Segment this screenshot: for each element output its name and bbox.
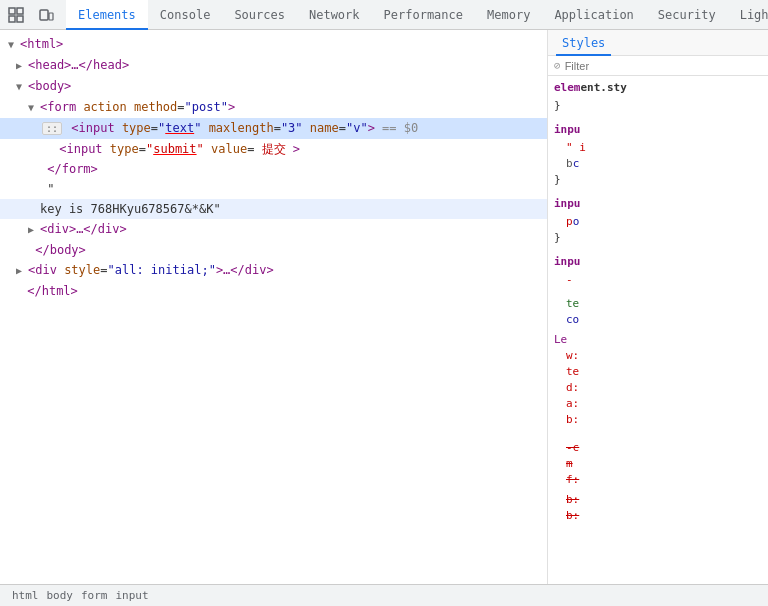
- style-neg-line: m: [554, 456, 762, 472]
- style-selector: Le: [554, 332, 762, 348]
- tree-line[interactable]: <input type="submit" value= 提交 >: [0, 139, 547, 159]
- tab-elements[interactable]: Elements: [66, 0, 148, 30]
- style-line: " i: [554, 140, 762, 156]
- tree-line[interactable]: <html>: [0, 34, 547, 55]
- style-selector: element.sty: [554, 80, 762, 96]
- breadcrumb-form[interactable]: form: [77, 589, 112, 602]
- tree-line[interactable]: ": [0, 179, 547, 199]
- style-neg-line: b:: [554, 508, 762, 524]
- devtools-tab-bar: Elements Console Sources Network Perform…: [0, 0, 768, 30]
- tab-console[interactable]: Console: [148, 0, 223, 30]
- triangle-body[interactable]: [16, 78, 26, 96]
- style-block-long: te co Le w: te d: a: b:: [554, 296, 762, 428]
- html-tree: <html> <head>…</head> <body> <form actio…: [0, 34, 547, 301]
- inspect-element-icon[interactable]: [4, 3, 28, 27]
- style-line: -: [554, 272, 762, 288]
- selected-tree-line[interactable]: :: <input type="text" maxlength="3" name…: [0, 118, 547, 139]
- svg-rect-5: [49, 13, 53, 20]
- filter-icon: ⊘: [554, 59, 561, 72]
- breadcrumb-input[interactable]: input: [112, 589, 153, 602]
- triangle-div[interactable]: [28, 221, 38, 239]
- style-block-input1: inpu " i bc }: [554, 122, 762, 188]
- tab-performance[interactable]: Performance: [372, 0, 475, 30]
- style-line: po: [554, 214, 762, 230]
- tree-line[interactable]: <div>…</div>: [0, 219, 547, 240]
- style-line: bc: [554, 156, 762, 172]
- style-block-element: element.sty }: [554, 80, 762, 114]
- tab-styles[interactable]: Styles: [556, 30, 611, 56]
- style-line: co: [554, 312, 762, 328]
- main-container: <html> <head>…</head> <body> <form actio…: [0, 30, 768, 584]
- style-line: a:: [554, 396, 762, 412]
- tree-line[interactable]: </body>: [0, 240, 547, 260]
- style-neg-line: -c: [554, 440, 762, 456]
- tree-line[interactable]: <form action method="post">: [0, 97, 547, 118]
- tab-application[interactable]: Application: [542, 0, 645, 30]
- tree-line[interactable]: <body>: [0, 76, 547, 97]
- triangle-div2[interactable]: [16, 262, 26, 280]
- style-brace: }: [554, 98, 762, 114]
- svg-rect-1: [17, 8, 23, 14]
- tree-line[interactable]: </form>: [0, 159, 547, 179]
- style-block-input2: inpu po }: [554, 196, 762, 246]
- style-block-input3: inpu -: [554, 254, 762, 288]
- svg-rect-4: [40, 10, 48, 20]
- tree-line[interactable]: <head>…</head>: [0, 55, 547, 76]
- tree-line[interactable]: <div style="all: initial;">…</div>: [0, 260, 547, 281]
- tab-security[interactable]: Security: [646, 0, 728, 30]
- style-line: te: [554, 364, 762, 380]
- triangle-form[interactable]: [28, 99, 38, 117]
- style-neg-line: f:: [554, 472, 762, 488]
- styles-content: element.sty } inpu " i bc } inpu po } in…: [548, 76, 768, 584]
- device-toolbar-icon[interactable]: [34, 3, 58, 27]
- style-block-neg: -c m f: b: b:: [554, 436, 762, 524]
- tree-line[interactable]: </html>: [0, 281, 547, 301]
- triangle-head[interactable]: [16, 57, 26, 75]
- tab-lighthouse[interactable]: Lighthouse: [728, 0, 768, 30]
- devtools-icon-group: [4, 3, 58, 27]
- style-line: w:: [554, 348, 762, 364]
- styles-header: Styles: [548, 30, 768, 56]
- tab-memory[interactable]: Memory: [475, 0, 542, 30]
- style-selector: inpu: [554, 254, 762, 270]
- breadcrumb-body[interactable]: body: [43, 589, 78, 602]
- styles-panel: Styles ⊘ element.sty } inpu " i bc } inp…: [548, 30, 768, 584]
- triangle-html[interactable]: [8, 36, 18, 54]
- style-neg-line: b:: [554, 492, 762, 508]
- style-selector: inpu: [554, 122, 762, 138]
- svg-rect-0: [9, 8, 15, 14]
- key-text: key is 768HKyu678567&*&K": [40, 202, 221, 216]
- styles-filter: ⊘: [548, 56, 768, 76]
- elements-panel: <html> <head>…</head> <body> <form actio…: [0, 30, 548, 584]
- styles-filter-input[interactable]: [565, 60, 762, 72]
- tab-sources[interactable]: Sources: [222, 0, 297, 30]
- breadcrumb-html[interactable]: html: [8, 589, 43, 602]
- style-comment: te: [554, 296, 762, 312]
- tab-network[interactable]: Network: [297, 0, 372, 30]
- style-line: b:: [554, 412, 762, 428]
- svg-rect-3: [17, 16, 23, 22]
- key-display-line: key is 768HKyu678567&*&K": [0, 199, 547, 219]
- svg-rect-2: [9, 16, 15, 22]
- breadcrumb-bar: html body form input: [0, 584, 768, 606]
- style-line: d:: [554, 380, 762, 396]
- dots-button[interactable]: ::: [42, 122, 62, 135]
- style-selector: inpu: [554, 196, 762, 212]
